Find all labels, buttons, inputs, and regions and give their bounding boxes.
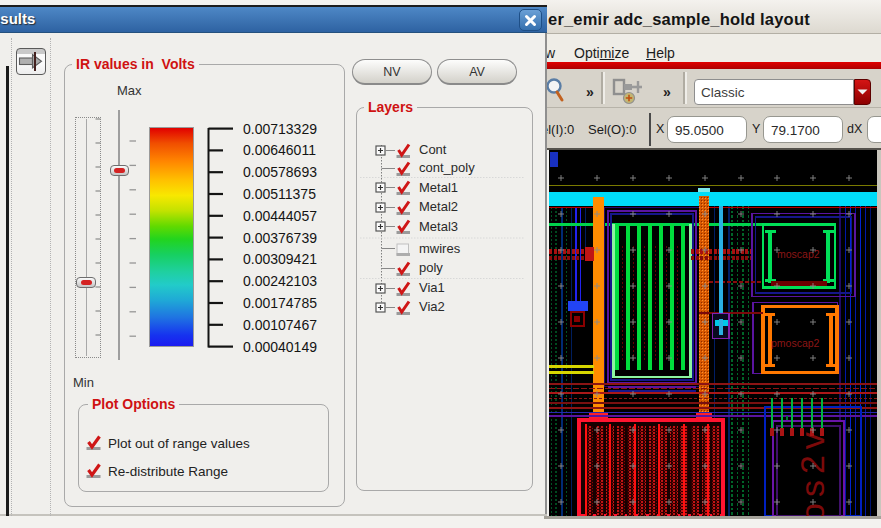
- svg-text:0.00040149: 0.00040149: [243, 339, 317, 355]
- svg-text:0.00376739: 0.00376739: [243, 230, 317, 246]
- svg-text:0.00578693: 0.00578693: [243, 164, 317, 180]
- svg-text:0.00107467: 0.00107467: [243, 317, 317, 333]
- svg-text:0.00309421: 0.00309421: [243, 251, 317, 267]
- svg-text:0.00646011: 0.00646011: [243, 142, 316, 158]
- svg-text:pmoscap2: pmoscap2: [771, 337, 820, 349]
- svg-text:0.00242103: 0.00242103: [243, 273, 317, 289]
- svg-text:0.00713329: 0.00713329: [243, 121, 317, 137]
- svg-text:0.00444057: 0.00444057: [243, 208, 317, 224]
- svg-text:0.00511375: 0.00511375: [243, 186, 316, 202]
- svg-text:os2v: os2v: [793, 426, 831, 516]
- svg-text:0.00174785: 0.00174785: [243, 295, 317, 311]
